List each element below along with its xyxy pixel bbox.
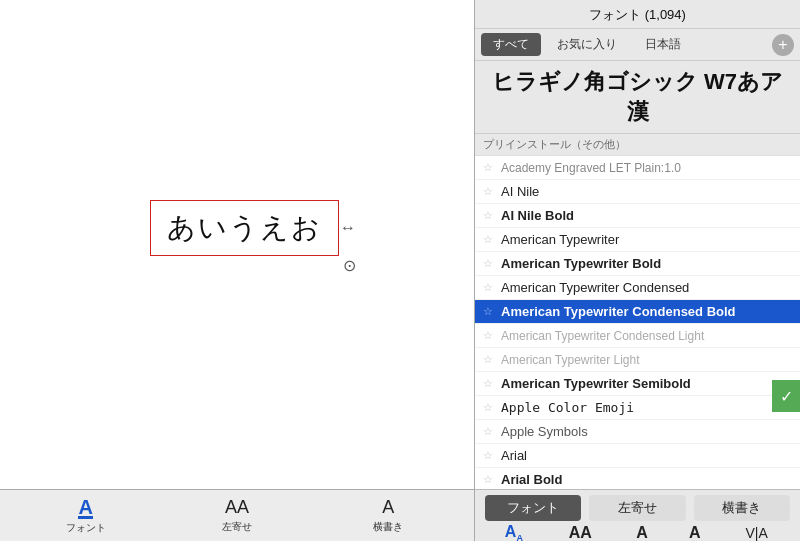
font-bottom-align-btn[interactable]: 左寄せ (589, 495, 685, 521)
font-item-apple-sym[interactable]: ☆ Apple Symbols (475, 420, 800, 444)
star-at-light[interactable]: ☆ (483, 353, 497, 366)
font-name-at-light: American Typewriter Light (501, 353, 640, 367)
star-arial-bold[interactable]: ☆ (483, 473, 497, 486)
font-name-ace: Apple Color Emoji (501, 400, 634, 415)
align-icon: AA (225, 497, 249, 518)
bg-tool[interactable]: A 背文 (633, 524, 651, 541)
size-icon: AA (505, 523, 523, 541)
spacing-icon: V|A (745, 525, 767, 541)
text-box[interactable]: あいうえお ↔ ⊙ (150, 200, 339, 256)
font-item-ai-nile-bold[interactable]: ☆ AI Nile Bold (475, 204, 800, 228)
panel-tabs: すべて お気に入り 日本語 + (475, 29, 800, 61)
star-at-bold[interactable]: ☆ (483, 257, 497, 270)
font-panel: フォント (1,094) すべて お気に入り 日本語 + ヒラギノ角ゴシック W… (474, 0, 800, 541)
canvas-text: あいうえお (167, 212, 322, 243)
star-ace[interactable]: ☆ (483, 401, 497, 414)
font-name-at-cond: American Typewriter Condensed (501, 280, 689, 295)
font-name-arial: Arial (501, 448, 527, 463)
star-academy[interactable]: ☆ (483, 161, 497, 174)
font-name-academy: Academy Engraved LET Plain:1.0 (501, 161, 681, 175)
preinstall-label: プリインストール（その他） (475, 134, 800, 156)
font-name-at-cond-light: American Typewriter Condensed Light (501, 329, 704, 343)
font-name-ai-nile-bold: AI Nile Bold (501, 208, 574, 223)
font-name-arial-bold: Arial Bold (501, 472, 562, 487)
star-apple-sym[interactable]: ☆ (483, 425, 497, 438)
font-name-ai-nile: AI Nile (501, 184, 539, 199)
canvas-bottom-toolbar: A フォント AA 左寄せ A 横書き (0, 489, 474, 541)
font-item-arial-bold[interactable]: ☆ Arial Bold (475, 468, 800, 489)
char-tool[interactable]: A 文字 (686, 524, 704, 541)
star-at-cond[interactable]: ☆ (483, 281, 497, 294)
panel-title: フォント (1,094) (475, 0, 800, 29)
font-bottom-direction-btn[interactable]: 横書き (694, 495, 790, 521)
font-item-at-cond-bold[interactable]: ☆ American Typewriter Condensed Bold (475, 300, 800, 324)
tab-all[interactable]: すべて (481, 33, 541, 56)
font-item-at[interactable]: ☆ American Typewriter (475, 228, 800, 252)
star-at-cond-bold[interactable]: ☆ (483, 305, 497, 318)
spacing-tool[interactable]: V|A 文字間隔 (739, 525, 775, 541)
checkmark-icon: ✓ (780, 387, 793, 406)
font-label: フォント (66, 521, 106, 535)
resize-handle-right[interactable]: ↔ (340, 219, 356, 237)
star-at-semi[interactable]: ☆ (483, 377, 497, 390)
font-list[interactable]: ☆ Academy Engraved LET Plain:1.0 ☆ AI Ni… (475, 156, 800, 489)
checkmark-button[interactable]: ✓ (772, 380, 800, 412)
align-label: 左寄せ (222, 520, 252, 534)
font-item-ai-nile[interactable]: ☆ AI Nile (475, 180, 800, 204)
star-ai-nile[interactable]: ☆ (483, 185, 497, 198)
font-name-at-semi: American Typewriter Semibold (501, 376, 691, 391)
font-bottom-icons: AA サイズ AA スタイル A 背文 A 文字 V|A 文字間隔 (475, 523, 800, 541)
toolbar-direction-button[interactable]: A 横書き (313, 497, 464, 534)
add-tab-button[interactable]: + (772, 34, 794, 56)
font-item-academy[interactable]: ☆ Academy Engraved LET Plain:1.0 (475, 156, 800, 180)
font-icon: A (78, 496, 92, 519)
star-at-cond-light[interactable]: ☆ (483, 329, 497, 342)
font-item-at-cond-light[interactable]: ☆ American Typewriter Condensed Light (475, 324, 800, 348)
font-item-at-light[interactable]: ☆ American Typewriter Light (475, 348, 800, 372)
text-box-container[interactable]: あいうえお ↔ ⊙ (150, 200, 339, 256)
tab-japanese[interactable]: 日本語 (633, 33, 693, 56)
toolbar-font-button[interactable]: A フォント (10, 496, 161, 535)
char-icon: A (689, 524, 701, 541)
star-ai-nile-bold[interactable]: ☆ (483, 209, 497, 222)
font-name-at-bold: American Typewriter Bold (501, 256, 661, 271)
font-item-ace[interactable]: ☆ Apple Color Emoji (475, 396, 800, 420)
font-name-apple-sym: Apple Symbols (501, 424, 588, 439)
font-bottom-bar: フォント 左寄せ 横書き AA サイズ AA スタイル A 背文 A 文字 V|… (475, 489, 800, 541)
font-name-at: American Typewriter (501, 232, 619, 247)
selected-font-bar: ヒラギノ角ゴシック W7あア漢 (475, 61, 800, 134)
style-tool[interactable]: AA スタイル (562, 524, 598, 541)
font-bottom-buttons: フォント 左寄せ 横書き (475, 490, 800, 523)
size-tool[interactable]: AA サイズ (500, 523, 527, 541)
style-icon: AA (569, 524, 592, 541)
font-item-at-semi[interactable]: ☆ American Typewriter Semibold (475, 372, 800, 396)
font-item-at-bold[interactable]: ☆ American Typewriter Bold (475, 252, 800, 276)
direction-label: 横書き (373, 520, 403, 534)
font-item-arial[interactable]: ☆ Arial (475, 444, 800, 468)
star-at[interactable]: ☆ (483, 233, 497, 246)
canvas-area: あいうえお ↔ ⊙ A フォント AA 左寄せ A 横書き (0, 0, 474, 541)
star-arial[interactable]: ☆ (483, 449, 497, 462)
selected-font-name: ヒラギノ角ゴシック W7あア漢 (485, 67, 790, 127)
direction-icon: A (382, 497, 394, 518)
toolbar-align-button[interactable]: AA 左寄せ (161, 497, 312, 534)
tab-favorites[interactable]: お気に入り (545, 33, 629, 56)
font-bottom-font-btn[interactable]: フォント (485, 495, 581, 521)
bg-icon: A (636, 524, 648, 541)
font-item-at-cond[interactable]: ☆ American Typewriter Condensed (475, 276, 800, 300)
resize-handle-bottom[interactable]: ⊙ (343, 256, 356, 275)
font-name-at-cond-bold: American Typewriter Condensed Bold (501, 304, 736, 319)
